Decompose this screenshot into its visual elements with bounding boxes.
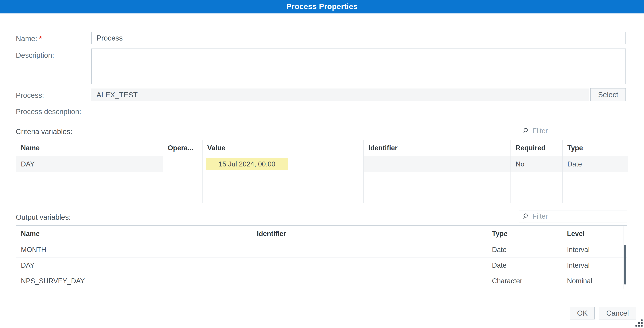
output-table-scrollbar[interactable] [624,245,626,284]
output-row-2-level[interactable]: Nominal [562,273,624,288]
process-value-field: ALEX_TEST [92,88,588,101]
criteria-row-1-value[interactable] [202,172,364,188]
criteria-variables-label: Criteria variables: [16,128,72,136]
criteria-filter-input[interactable] [530,125,627,137]
required-asterisk: * [39,34,42,42]
output-col-level[interactable]: Level [562,226,624,242]
criteria-col-identifier[interactable]: Identifier [364,140,511,156]
output-row-1-type[interactable]: Date [487,258,562,273]
output-col-name[interactable]: Name [16,226,252,242]
criteria-row-1-identifier[interactable] [364,172,511,188]
output-row-2-name[interactable]: NPS_SURVEY_DAY [16,273,252,288]
highlighted-value[interactable]: 15 Jul 2024, 00:00 [206,158,288,170]
criteria-row-2-type[interactable] [562,188,628,203]
output-row-1-identifier[interactable] [252,258,487,273]
criteria-row-0-type[interactable]: Date [562,156,628,172]
criteria-row-0-identifier[interactable] [364,156,511,172]
criteria-row-0-operator[interactable]: = [163,156,202,172]
criteria-row-2-required[interactable] [511,188,562,203]
resize-grip-icon[interactable] [636,320,642,326]
criteria-row-0-value[interactable]: 15 Jul 2024, 00:00 [202,156,364,172]
process-description-label: Process description: [16,108,81,116]
search-icon [523,128,530,134]
output-row-1-level[interactable]: Interval [562,258,624,273]
output-row-0-type[interactable]: Date [487,242,562,258]
criteria-col-required[interactable]: Required [511,140,562,156]
process-properties-dialog: Process Properties Name:* Description: P… [0,0,644,328]
process-label: Process: [16,91,44,100]
output-row-0-name[interactable]: MONTH [16,242,252,258]
select-button[interactable]: Select [590,88,626,101]
criteria-row-0-required[interactable]: No [511,156,562,172]
criteria-col-operator[interactable]: Opera... [163,140,202,156]
search-icon [523,213,530,220]
criteria-col-type[interactable]: Type [562,140,628,156]
criteria-col-name[interactable]: Name [16,140,163,156]
description-textarea[interactable] [92,48,626,84]
criteria-row-1-type[interactable] [562,172,628,188]
criteria-col-value[interactable]: Value [202,140,364,156]
criteria-row-1-name[interactable] [16,172,163,188]
dialog-titlebar: Process Properties [0,0,644,14]
output-variables-label: Output variables: [16,213,71,221]
output-row-0-identifier[interactable] [252,242,487,258]
criteria-row-1-required[interactable] [511,172,562,188]
cancel-button[interactable]: Cancel [599,307,636,320]
ok-button[interactable]: OK [570,307,595,320]
output-row-1-name[interactable]: DAY [16,258,252,273]
criteria-row-0-name[interactable]: DAY [16,156,163,172]
name-label: Name:* [16,34,42,43]
output-scrollbar-gutter-header [624,226,627,242]
output-col-identifier[interactable]: Identifier [252,226,487,242]
output-row-2-type[interactable]: Character [487,273,562,288]
criteria-row-2-name[interactable] [16,188,163,203]
dialog-title: Process Properties [286,2,358,11]
criteria-filter [519,125,627,137]
output-filter [519,210,627,222]
output-row-0-level[interactable]: Interval [562,242,624,258]
criteria-row-1-operator[interactable] [163,172,202,188]
output-col-type[interactable]: Type [487,226,562,242]
description-label: Description: [16,51,54,60]
criteria-row-2-value[interactable] [202,188,364,203]
output-filter-input[interactable] [530,210,627,222]
criteria-row-2-identifier[interactable] [364,188,511,203]
output-row-2-identifier[interactable] [252,273,487,288]
name-input[interactable] [92,32,626,44]
criteria-variables-table: Name Opera... Value Identifier Required … [16,140,627,203]
output-variables-table: Name Identifier Type Level MONTH Date In… [16,225,627,288]
criteria-row-2-operator[interactable] [163,188,202,203]
